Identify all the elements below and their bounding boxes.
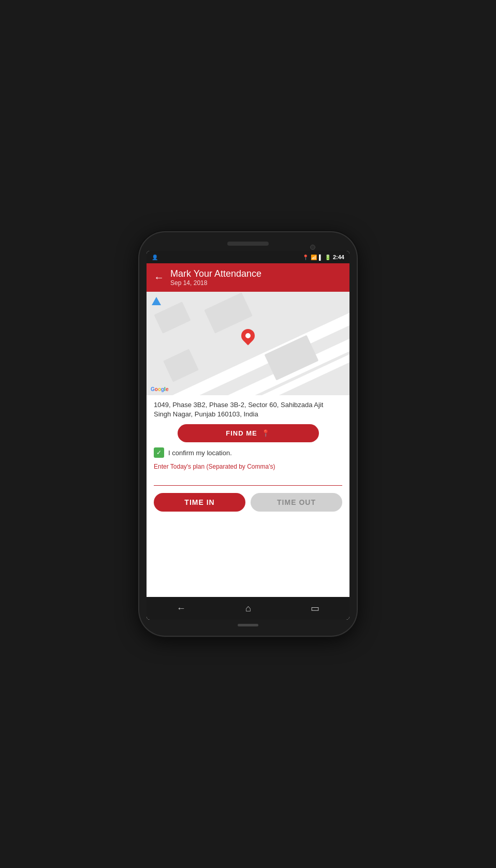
phone-device: 👤 📍 📶 ▌ 🔋 2:44 ← Mark Your Attendance Se… (139, 232, 357, 636)
phone-home-btn (238, 624, 258, 626)
address-text: 1049, Phase 3B2, Phase 3B-2, Sector 60, … (154, 400, 342, 419)
time-out-button[interactable]: TIME OUT (251, 493, 342, 512)
status-bar: 👤 📍 📶 ▌ 🔋 2:44 (147, 251, 349, 263)
battery-icon: 🔋 (325, 255, 331, 260)
location-status-icon: 📍 (302, 255, 309, 260)
header-date: Sep 14, 2018 (170, 279, 261, 287)
map-background: Google (147, 292, 349, 395)
app-header: ← Mark Your Attendance Sep 14, 2018 (147, 263, 349, 292)
nav-recent-button[interactable]: ▭ (311, 603, 319, 614)
status-left: 👤 (152, 255, 158, 260)
content-area: 1049, Phase 3B2, Phase 3B-2, Sector 60, … (147, 395, 349, 597)
header-text: Mark Your Attendance Sep 14, 2018 (170, 268, 261, 287)
location-confirm: ✓ I confirm my location. (154, 447, 342, 458)
signal-icon: ▌ (319, 255, 323, 260)
find-me-icon: 📍 (261, 429, 270, 437)
bottom-buttons: TIME IN TIME OUT (154, 493, 342, 512)
status-time: 2:44 (333, 254, 344, 260)
back-button[interactable]: ← (154, 272, 164, 283)
status-right: 📍 📶 ▌ 🔋 2:44 (302, 254, 344, 260)
find-me-button[interactable]: FIND ME 📍 (178, 424, 319, 442)
nav-bar: ← ⌂ ▭ (147, 597, 349, 620)
confirm-label: I confirm my location. (168, 449, 232, 457)
confirm-checkbox[interactable]: ✓ (154, 447, 164, 458)
map-area[interactable]: Google (147, 292, 349, 395)
map-filter-icon[interactable] (151, 296, 162, 310)
plan-input[interactable] (154, 475, 342, 486)
map-pin (241, 329, 255, 345)
svg-marker-0 (152, 297, 161, 305)
find-me-label: FIND ME (226, 429, 257, 437)
time-in-button[interactable]: TIME IN (154, 493, 245, 512)
header-title: Mark Your Attendance (170, 268, 261, 279)
google-logo: Google (151, 386, 168, 392)
plan-label: Enter Today's plan (Separated by Comma's… (154, 463, 342, 470)
phone-screen: 👤 📍 📶 ▌ 🔋 2:44 ← Mark Your Attendance Se… (147, 251, 349, 620)
wifi-icon: 📶 (311, 255, 317, 260)
nav-back-button[interactable]: ← (177, 603, 186, 614)
phone-camera (310, 245, 315, 250)
phone-speaker (227, 242, 269, 246)
person-icon: 👤 (152, 255, 158, 260)
nav-home-button[interactable]: ⌂ (245, 603, 251, 614)
